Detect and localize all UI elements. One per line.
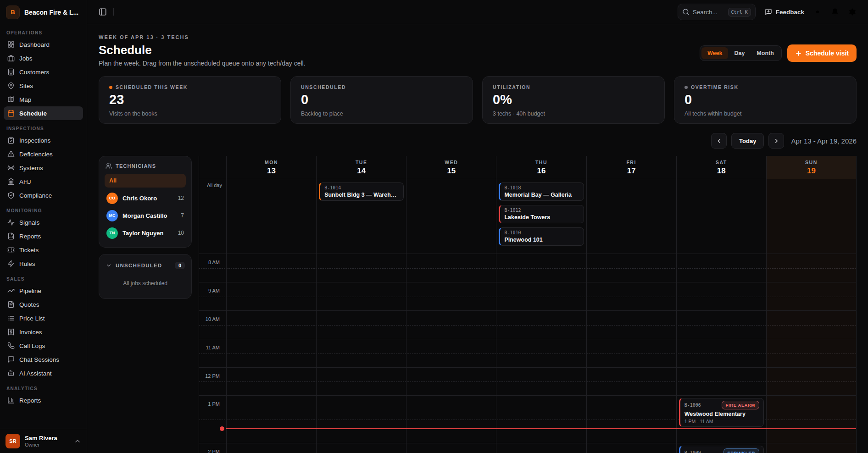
calendar-cell-sun-1-pm[interactable] xyxy=(766,396,856,443)
search-input-wrap[interactable]: Ctrl K xyxy=(678,4,756,20)
calendar-cell-thu-1-pm[interactable] xyxy=(496,396,586,443)
view-option-day[interactable]: Day xyxy=(728,47,751,59)
all-day-cell-sun[interactable] xyxy=(766,179,856,254)
calendar-cell-mon-12-pm[interactable] xyxy=(226,368,316,395)
unscheduled-header[interactable]: UNSCHEDULED 0 xyxy=(105,260,186,270)
calendar-cell-mon-2-pm[interactable] xyxy=(226,443,316,453)
calendar-cell-mon-8-am[interactable] xyxy=(226,254,316,282)
calendar-cell-wed-10-am[interactable] xyxy=(406,311,496,339)
calendar-cell-fri-12-pm[interactable] xyxy=(586,368,676,395)
schedule-visit-button[interactable]: Schedule visit xyxy=(787,44,857,62)
calendar-cell-sat-8-am[interactable] xyxy=(676,254,766,282)
calendar-cell-tue-10-am[interactable] xyxy=(316,311,406,339)
sidebar-item-inspections[interactable]: Inspections xyxy=(4,133,83,147)
sidebar-item-dashboard[interactable]: Dashboard xyxy=(4,38,83,51)
calendar-cell-sat-9-am[interactable] xyxy=(676,282,766,310)
sidebar-item-price-list[interactable]: Price List xyxy=(4,311,83,325)
calendar-cell-mon-1-pm[interactable] xyxy=(226,396,316,443)
technician-row-taylor-nguyen[interactable]: TNTaylor Nguyen10 xyxy=(105,224,186,242)
calendar-cell-sun-9-am[interactable] xyxy=(766,282,856,310)
calendar-cell-thu-9-am[interactable] xyxy=(496,282,586,310)
next-week-button[interactable] xyxy=(768,133,784,149)
calendar-cell-wed-12-pm[interactable] xyxy=(406,368,496,395)
event-card-b-1009[interactable]: B-1009SPRINKLER xyxy=(679,446,764,453)
calendar-cell-thu-10-am[interactable] xyxy=(496,311,586,339)
sidebar-item-systems[interactable]: Systems xyxy=(4,161,83,175)
calendar-cell-wed-8-am[interactable] xyxy=(406,254,496,282)
user-menu[interactable]: SR Sam Rivera Owner xyxy=(0,429,87,453)
calendar-cell-thu-11-am[interactable] xyxy=(496,339,586,367)
calendar-cell-mon-9-am[interactable] xyxy=(226,282,316,310)
view-option-week[interactable]: Week xyxy=(701,47,728,59)
sidebar-item-sites[interactable]: Sites xyxy=(4,79,83,93)
sidebar-item-customers[interactable]: Customers xyxy=(4,65,83,79)
feedback-button[interactable]: Feedback xyxy=(765,8,804,16)
calendar-cell-thu-12-pm[interactable] xyxy=(496,368,586,395)
calendar-cell-sun-2-pm[interactable] xyxy=(766,443,856,453)
sidebar-item-tickets[interactable]: Tickets xyxy=(4,243,83,257)
sidebar-item-pipeline[interactable]: Pipeline xyxy=(4,284,83,298)
calendar-cell-sat-11-am[interactable] xyxy=(676,339,766,367)
calendar-cell-mon-10-am[interactable] xyxy=(226,311,316,339)
calendar-cell-sat-1-pm[interactable]: B-1006FIRE ALARMWestwood Elementary1 PM … xyxy=(676,396,766,443)
sidebar-item-reports[interactable]: Reports xyxy=(4,393,83,407)
calendar-cell-fri-2-pm[interactable] xyxy=(586,443,676,453)
calendar-cell-wed-9-am[interactable] xyxy=(406,282,496,310)
calendar-cell-sat-12-pm[interactable] xyxy=(676,368,766,395)
calendar-cell-thu-8-am[interactable] xyxy=(496,254,586,282)
search-input[interactable] xyxy=(693,9,725,16)
settings-gear-icon[interactable] xyxy=(848,8,857,16)
calendar-cell-sun-11-am[interactable] xyxy=(766,339,856,367)
calendar-cell-sun-10-am[interactable] xyxy=(766,311,856,339)
calendar-cell-fri-1-pm[interactable] xyxy=(586,396,676,443)
calendar-cell-tue-9-am[interactable] xyxy=(316,282,406,310)
calendar-cell-wed-11-am[interactable] xyxy=(406,339,496,367)
sidebar-item-map[interactable]: Map xyxy=(4,93,83,106)
sidebar-item-chat-sessions[interactable]: Chat Sessions xyxy=(4,353,83,366)
calendar-cell-tue-2-pm[interactable] xyxy=(316,443,406,453)
sidebar-item-jobs[interactable]: Jobs xyxy=(4,51,83,65)
view-option-month[interactable]: Month xyxy=(751,47,779,59)
calendar-cell-fri-11-am[interactable] xyxy=(586,339,676,367)
calendar-cell-thu-2-pm[interactable] xyxy=(496,443,586,453)
calendar-cell-fri-9-am[interactable] xyxy=(586,282,676,310)
calendar-cell-wed-1-pm[interactable] xyxy=(406,396,496,443)
calendar-cell-sat-2-pm[interactable]: B-1009SPRINKLER xyxy=(676,443,766,453)
sidebar-item-ai-assistant[interactable]: AI Assistant xyxy=(4,366,83,380)
sidebar-item-invoices[interactable]: Invoices xyxy=(4,325,83,339)
calendar-cell-tue-12-pm[interactable] xyxy=(316,368,406,395)
calendar-cell-tue-1-pm[interactable] xyxy=(316,396,406,443)
sidebar-item-rules[interactable]: Rules xyxy=(4,257,83,271)
calendar-cell-sat-10-am[interactable] xyxy=(676,311,766,339)
technician-row-morgan-castillo[interactable]: MCMorgan Castillo7 xyxy=(105,207,186,224)
all-day-cell-mon[interactable] xyxy=(226,179,316,254)
theme-toggle-sun-icon[interactable] xyxy=(813,8,822,16)
today-button[interactable]: Today xyxy=(731,133,764,149)
all-day-cell-tue[interactable]: B-1014Sunbelt Bldg 3 — Warehouse xyxy=(316,179,406,254)
sidebar-item-deficiencies[interactable]: Deficiencies xyxy=(4,147,83,161)
technician-row-chris-okoro[interactable]: COChris Okoro12 xyxy=(105,189,186,207)
event-card-b-1014[interactable]: B-1014Sunbelt Bldg 3 — Warehouse xyxy=(319,182,404,201)
sidebar-item-schedule[interactable]: Schedule xyxy=(4,106,83,120)
all-day-cell-thu[interactable]: B-1018Memorial Bay — GalleriaB-1012Lakes… xyxy=(496,179,586,254)
sidebar-item-compliance[interactable]: Compliance xyxy=(4,188,83,202)
sidebar-item-signals[interactable]: Signals xyxy=(4,215,83,229)
sidebar-item-quotes[interactable]: Quotes xyxy=(4,298,83,311)
calendar-cell-tue-8-am[interactable] xyxy=(316,254,406,282)
calendar-cell-wed-2-pm[interactable] xyxy=(406,443,496,453)
sidebar-item-ahj[interactable]: AHJ xyxy=(4,175,83,188)
event-card-b-1018[interactable]: B-1018Memorial Bay — Galleria xyxy=(499,182,584,201)
sidebar-item-reports[interactable]: Reports xyxy=(4,229,83,243)
calendar-cell-fri-10-am[interactable] xyxy=(586,311,676,339)
all-day-cell-wed[interactable] xyxy=(406,179,496,254)
sidebar-toggle-icon[interactable] xyxy=(99,8,107,16)
prev-week-button[interactable] xyxy=(711,133,727,149)
all-day-cell-fri[interactable] xyxy=(586,179,676,254)
all-day-cell-sat[interactable] xyxy=(676,179,766,254)
calendar-cell-sun-12-pm[interactable] xyxy=(766,368,856,395)
sidebar-item-call-logs[interactable]: Call Logs xyxy=(4,339,83,353)
notifications-bell-icon[interactable] xyxy=(831,8,839,16)
calendar-cell-fri-8-am[interactable] xyxy=(586,254,676,282)
event-card-b-1010[interactable]: B-1010Pinewood 101 xyxy=(499,227,584,246)
technician-filter-all[interactable]: All xyxy=(105,174,186,188)
